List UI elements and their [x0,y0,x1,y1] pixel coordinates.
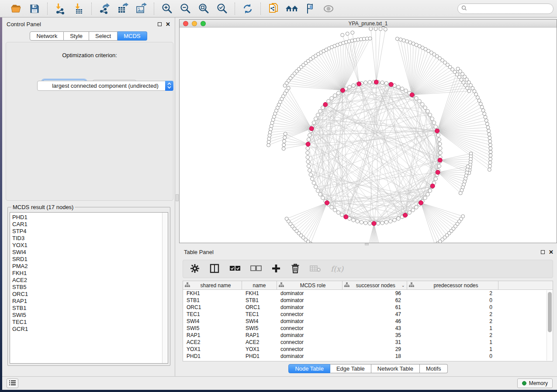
graph-node[interactable] [336,211,340,214]
graph-leaf-node[interactable] [374,28,377,31]
graph-node[interactable] [309,173,312,176]
graph-node[interactable] [314,117,318,120]
column-header-shared-name[interactable]: shared name [183,281,242,289]
graph-node[interactable] [393,218,396,222]
memory-button[interactable]: Memory [517,378,553,388]
graph-node[interactable] [330,206,333,209]
graph-node[interactable] [432,121,436,124]
graph-leaf-node[interactable] [479,102,482,106]
graph-node[interactable] [381,81,384,84]
graph-node[interactable] [428,189,432,193]
graph-node[interactable] [415,96,418,100]
table-row[interactable]: STB1STB1dominator620 [183,297,553,304]
graph-leaf-node[interactable] [488,165,491,168]
vertical-splitter[interactable] [175,17,179,376]
graph-leaf-node[interactable] [282,143,286,147]
graph-hub-node[interactable] [410,93,414,97]
optimization-criterion-select[interactable]: largest connected component (undirected) [37,81,173,91]
result-node[interactable]: STB1 [12,305,168,312]
graph-node[interactable] [368,222,371,225]
table-row[interactable]: SWI5SWI5connector431 [183,325,553,332]
graph-node[interactable] [408,211,411,214]
graph-node[interactable] [312,181,315,185]
graph-node[interactable] [316,189,320,193]
graph-hub-node[interactable] [325,201,329,205]
result-node[interactable]: SRD1 [12,256,168,263]
graph-leaf-node[interactable] [483,112,486,116]
graph-leaf-node[interactable] [267,137,271,141]
column-header-successor-nodes[interactable]: successor nodes⌄ [343,281,407,289]
graph-node[interactable] [364,221,367,225]
zoom-selected-button[interactable] [215,2,228,15]
graph-hub-node[interactable] [357,82,361,86]
column-header-name[interactable]: name [242,281,277,289]
graph-node[interactable] [312,121,315,124]
graph-leaf-node[interactable] [485,122,489,126]
result-node[interactable]: YOX1 [12,242,168,249]
result-node[interactable]: ORC1 [12,291,168,298]
graph-leaf-node[interactable] [395,37,399,41]
tab-motifs[interactable]: Motifs [420,364,448,373]
graph-node[interactable] [437,164,441,168]
table-settings-button[interactable] [190,264,200,275]
graph-leaf-node[interactable] [487,129,491,133]
graph-leaf-node[interactable] [399,38,402,41]
network-view-titlebar[interactable]: YPA_prune.txt_1 [180,20,557,28]
delete-table-button[interactable] [310,265,321,274]
graph-node[interactable] [316,113,320,117]
tab-network[interactable]: Network [30,31,64,41]
graph-leaf-node[interactable] [459,191,462,195]
table-row[interactable]: TEC1TEC1connector472 [183,311,553,318]
graph-node[interactable] [308,168,311,172]
graph-leaf-node[interactable] [480,105,484,109]
result-node[interactable]: STB5 [12,284,168,291]
graph-leaf-node[interactable] [283,136,287,139]
graph-leaf-node[interactable] [402,39,405,42]
graph-leaf-node[interactable] [488,140,492,143]
result-scrollbar[interactable] [162,213,168,363]
zoom-fit-button[interactable] [197,2,210,15]
export-table-button[interactable] [116,2,129,15]
add-column-button[interactable] [271,264,281,275]
graph-node[interactable] [330,96,333,100]
graph-node[interactable] [438,142,442,146]
graph-node[interactable] [426,110,429,113]
graph-node[interactable] [352,84,355,87]
graph-node[interactable] [368,80,371,84]
graph-leaf-node[interactable] [488,133,491,136]
graph-node[interactable] [352,218,355,222]
graph-leaf-node[interactable] [384,28,387,31]
graph-node[interactable] [308,134,311,137]
column-header-predecessor-nodes[interactable]: predecessor nodes [407,281,498,289]
graph-node[interactable] [327,100,330,103]
result-node[interactable]: TEC1 [12,319,168,326]
result-node[interactable]: PMA2 [12,263,168,270]
table-row[interactable]: FKH1FKH1dominator962 [183,290,553,297]
select-all-button[interactable] [229,265,241,273]
graph-hub-node[interactable] [435,129,439,133]
graph-node[interactable] [348,85,351,89]
export-image-button[interactable] [135,2,148,15]
graph-node[interactable] [364,81,367,84]
graph-node[interactable] [333,94,337,97]
homes-button[interactable] [285,2,298,15]
graph-node[interactable] [436,134,440,137]
tab-select[interactable]: Select [89,31,118,41]
search-field[interactable] [457,3,554,14]
graph-leaf-node[interactable] [284,132,287,136]
import-network-button[interactable] [54,2,67,15]
graph-leaf-node[interactable] [484,119,488,122]
graph-node[interactable] [340,213,344,217]
float-panel-icon[interactable] [541,250,545,254]
refresh-button[interactable] [241,2,254,15]
graph-hub-node[interactable] [344,215,348,219]
graph-node[interactable] [356,220,359,223]
result-node[interactable]: CAR1 [12,221,168,228]
graph-node[interactable] [360,220,363,224]
tab-node-table[interactable]: Node Table [288,364,330,373]
graph-node[interactable] [314,185,318,189]
save-session-button[interactable] [28,2,41,15]
graph-node[interactable] [321,196,325,199]
graph-leaf-node[interactable] [488,136,491,140]
splitter-handle[interactable] [176,194,179,201]
